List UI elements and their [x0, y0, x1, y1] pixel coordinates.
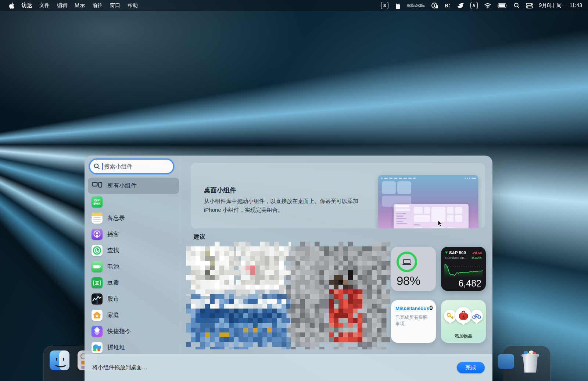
bicycle-icon [472, 313, 481, 319]
sidebar-item-0[interactable]: 所有小组件 [88, 178, 179, 194]
battery-percent: 98% [397, 274, 420, 288]
duiduidui-icon [92, 342, 103, 353]
reminder-list-name: Miscellaneous [395, 306, 429, 311]
sidebar-item-6[interactable]: 豆豆瓣 [88, 275, 179, 291]
sidebar-item-7[interactable]: 股市 [88, 291, 179, 307]
sidebar-item-1[interactable]: iQIYI爱奇艺 [88, 194, 179, 210]
mouse-cursor [438, 220, 443, 227]
menu-bar-clock[interactable]: 9月8日 周一 11:43 [539, 2, 582, 9]
sidebar-item-9[interactable]: 快捷指令 [88, 323, 179, 339]
menu-item-5[interactable]: 窗口 [106, 0, 124, 11]
suggested-widget-find-items[interactable]: 添加物品 [441, 300, 486, 343]
sidebar-item-label: 备忘录 [107, 214, 125, 222]
all-widgets-icon [92, 180, 103, 191]
reminder-status: 已完成所有提醒事项 [391, 312, 436, 327]
sidebar-item-label: 快捷指令 [107, 328, 131, 335]
suggested-widget-blurred-wide[interactable] [191, 299, 285, 344]
text-caret [102, 163, 103, 170]
dock-folder-icon[interactable] [498, 354, 514, 369]
proxy-status-icon[interactable]: S [381, 2, 388, 9]
sidebar-item-label: 电池 [107, 263, 119, 271]
net-up: 0KB/s [407, 4, 416, 7]
menu-item-0[interactable]: 访达 [18, 0, 36, 11]
done-button[interactable]: 完成 [457, 362, 485, 373]
sidebar-item-label: 播客 [107, 231, 119, 238]
suggested-widget-stocks[interactable]: S&P 500 -20.58 Standard an… -0.32% 6,482 [441, 247, 486, 291]
suggested-widget-photo[interactable] [291, 247, 385, 344]
desktop-widgets-illustration [378, 175, 478, 228]
stock-symbol: S&P 500 [449, 250, 466, 255]
battery-app-icon [92, 261, 103, 272]
sidebar-item-4[interactable]: 查找 [88, 242, 179, 259]
gallery-footer-bar: 将小组件拖放到桌面… 完成 [85, 354, 492, 381]
iqiyi-icon: iQIYI爱奇艺 [92, 196, 103, 207]
key-icon [446, 312, 454, 320]
net-down: 0KB/s [416, 4, 425, 7]
notes-icon [92, 213, 103, 224]
network-speed[interactable]: 0KB/s 0KB/s [407, 4, 425, 7]
suggested-widget-battery[interactable]: 98% [391, 247, 436, 291]
menu-item-2[interactable]: 编辑 [53, 0, 71, 11]
menu-item-1[interactable]: 文件 [36, 0, 53, 11]
menu-item-3[interactable]: 显示 [71, 0, 89, 11]
sidebar-item-10[interactable]: 摞堆堆 [88, 339, 179, 354]
wifi-icon[interactable] [484, 3, 491, 8]
lock-dial-icon[interactable] [431, 2, 438, 9]
stock-change: -20.58 [472, 251, 482, 255]
key-pin [444, 310, 456, 322]
suggested-widget-blurred-1[interactable] [191, 247, 236, 291]
widget-search-field[interactable] [90, 160, 173, 173]
suggested-widget-reminders[interactable]: Miscellaneous 0 已完成所有提醒事项 [391, 300, 436, 343]
apple-icon [9, 3, 14, 9]
apple-menu[interactable] [5, 0, 18, 11]
widget-category-list: 所有小组件iQIYI爱奇艺备忘录播客查找电池豆豆瓣股市家庭快捷指令摞堆堆 [88, 178, 179, 354]
bike-pin [470, 310, 483, 322]
input-source-icon[interactable]: A [470, 2, 478, 9]
search-icon [94, 163, 100, 170]
cat-utility-icon[interactable] [395, 3, 401, 9]
douban-icon: 豆 [92, 277, 103, 288]
intro-card: 桌面小组件 从小组件库中拖动小组件，以直接放在桌面上。你甚至可以添加 iPhon… [191, 163, 485, 228]
stock-sparkline-chart [444, 261, 483, 278]
stock-name: Standard an… [445, 256, 467, 260]
battery-ring [397, 252, 417, 272]
sidebar-item-3[interactable]: 播客 [88, 226, 179, 242]
sidebar-divider [182, 156, 182, 354]
bird-app-icon[interactable] [457, 3, 464, 8]
menu-item-4[interactable]: 前往 [89, 0, 106, 11]
suggested-widget-blurred-2[interactable] [241, 247, 286, 291]
suggestions-heading: 建议 [194, 233, 205, 241]
backpack-icon [459, 310, 468, 321]
sidebar-item-8[interactable]: 家庭 [88, 307, 179, 323]
b-app-icon[interactable]: B: [445, 3, 451, 8]
date-label: 9月8日 周一 [539, 2, 567, 9]
stock-change-pct: -0.32% [471, 256, 482, 260]
menu-bar: 访达文件编辑显示前往窗口帮助 S 0KB/s 0KB/s B: A [0, 0, 588, 11]
dock-finder-icon[interactable] [50, 350, 69, 370]
reminder-count: 0 [429, 305, 433, 312]
control-center-icon[interactable] [526, 3, 533, 8]
sidebar-item-label: 股市 [107, 295, 119, 303]
battery-status-icon[interactable] [498, 3, 508, 8]
sidebar-item-2[interactable]: 备忘录 [88, 210, 179, 226]
menu-item-6[interactable]: 帮助 [124, 0, 141, 11]
sidebar-item-label: 所有小组件 [107, 182, 137, 190]
sidebar-item-5[interactable]: 电池 [88, 259, 179, 275]
search-input[interactable] [103, 163, 169, 170]
home-icon [92, 310, 103, 321]
intro-description: 从小组件库中拖动小组件，以直接放在桌面上。你甚至可以添加 iPhone 小组件，… [204, 197, 373, 214]
sidebar-item-label: 豆瓣 [107, 279, 119, 287]
podcasts-icon [92, 229, 103, 240]
widget-gallery-panel: 所有小组件iQIYI爱奇艺备忘录播客查找电池豆豆瓣股市家庭快捷指令摞堆堆 桌面小… [85, 156, 492, 381]
stock-price: 6,482 [458, 278, 481, 289]
stocks-app-icon [92, 293, 103, 305]
find-items-label: 添加物品 [441, 333, 486, 339]
down-triangle-icon [445, 251, 448, 254]
dock-right [503, 346, 551, 381]
sidebar-item-label: 家庭 [107, 311, 119, 319]
backpack-pin [455, 307, 472, 324]
laptop-icon [402, 259, 412, 266]
spotlight-icon[interactable] [514, 3, 520, 8]
shortcuts-icon [92, 326, 103, 337]
dock-trash-icon[interactable] [520, 350, 541, 373]
